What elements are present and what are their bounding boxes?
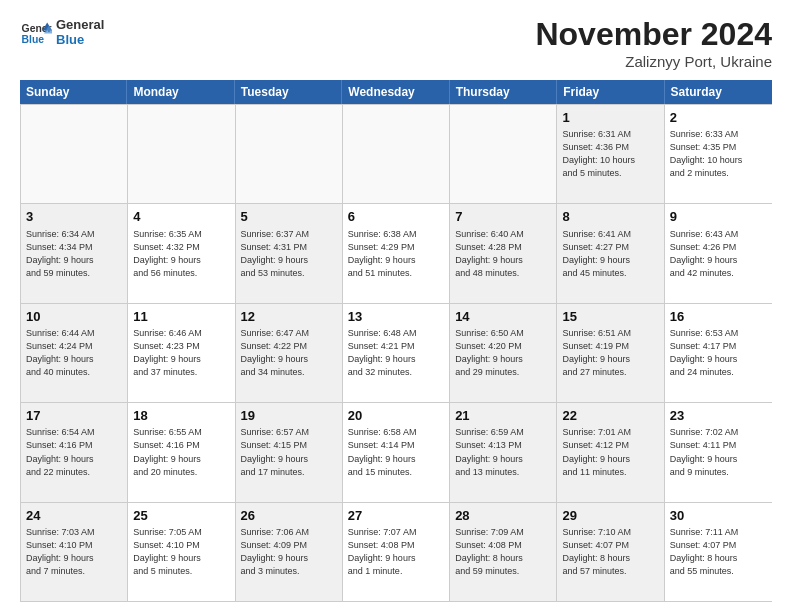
header-monday: Monday [127,80,234,104]
cal-cell-w5-d5: 28Sunrise: 7:09 AM Sunset: 4:08 PM Dayli… [450,503,557,601]
cal-cell-w2-d2: 4Sunrise: 6:35 AM Sunset: 4:32 PM Daylig… [128,204,235,302]
cal-cell-w4-d1: 17Sunrise: 6:54 AM Sunset: 4:16 PM Dayli… [21,403,128,501]
day-number: 26 [241,507,337,525]
day-number: 4 [133,208,229,226]
cal-cell-w1-d3 [236,105,343,203]
svg-text:Blue: Blue [22,34,45,45]
cal-cell-w4-d6: 22Sunrise: 7:01 AM Sunset: 4:12 PM Dayli… [557,403,664,501]
cell-info: Sunrise: 6:48 AM Sunset: 4:21 PM Dayligh… [348,327,444,379]
day-number: 3 [26,208,122,226]
month-title: November 2024 [535,16,772,53]
week-row-1: 1Sunrise: 6:31 AM Sunset: 4:36 PM Daylig… [21,104,772,203]
cal-cell-w2-d1: 3Sunrise: 6:34 AM Sunset: 4:34 PM Daylig… [21,204,128,302]
day-number: 12 [241,308,337,326]
week-row-5: 24Sunrise: 7:03 AM Sunset: 4:10 PM Dayli… [21,502,772,601]
week-row-3: 10Sunrise: 6:44 AM Sunset: 4:24 PM Dayli… [21,303,772,402]
day-number: 5 [241,208,337,226]
cell-info: Sunrise: 7:11 AM Sunset: 4:07 PM Dayligh… [670,526,767,578]
cal-cell-w5-d3: 26Sunrise: 7:06 AM Sunset: 4:09 PM Dayli… [236,503,343,601]
cal-cell-w4-d7: 23Sunrise: 7:02 AM Sunset: 4:11 PM Dayli… [665,403,772,501]
cal-cell-w5-d7: 30Sunrise: 7:11 AM Sunset: 4:07 PM Dayli… [665,503,772,601]
cell-info: Sunrise: 7:02 AM Sunset: 4:11 PM Dayligh… [670,426,767,478]
day-number: 29 [562,507,658,525]
week-row-4: 17Sunrise: 6:54 AM Sunset: 4:16 PM Dayli… [21,402,772,501]
header-wednesday: Wednesday [342,80,449,104]
cell-info: Sunrise: 6:35 AM Sunset: 4:32 PM Dayligh… [133,228,229,280]
header-friday: Friday [557,80,664,104]
cell-info: Sunrise: 6:37 AM Sunset: 4:31 PM Dayligh… [241,228,337,280]
subtitle: Zaliznyy Port, Ukraine [535,53,772,70]
cell-info: Sunrise: 6:55 AM Sunset: 4:16 PM Dayligh… [133,426,229,478]
cal-cell-w1-d7: 2Sunrise: 6:33 AM Sunset: 4:35 PM Daylig… [665,105,772,203]
cal-cell-w2-d7: 9Sunrise: 6:43 AM Sunset: 4:26 PM Daylig… [665,204,772,302]
day-number: 19 [241,407,337,425]
cell-info: Sunrise: 6:51 AM Sunset: 4:19 PM Dayligh… [562,327,658,379]
cal-cell-w3-d6: 15Sunrise: 6:51 AM Sunset: 4:19 PM Dayli… [557,304,664,402]
day-number: 25 [133,507,229,525]
day-number: 20 [348,407,444,425]
day-number: 21 [455,407,551,425]
cal-cell-w1-d1 [21,105,128,203]
week-row-2: 3Sunrise: 6:34 AM Sunset: 4:34 PM Daylig… [21,203,772,302]
cal-cell-w1-d5 [450,105,557,203]
cal-cell-w3-d5: 14Sunrise: 6:50 AM Sunset: 4:20 PM Dayli… [450,304,557,402]
page: General Blue General Blue November 2024 … [0,0,792,612]
day-number: 14 [455,308,551,326]
day-number: 2 [670,109,767,127]
cal-cell-w3-d4: 13Sunrise: 6:48 AM Sunset: 4:21 PM Dayli… [343,304,450,402]
logo-icon: General Blue [20,16,52,48]
cal-cell-w1-d4 [343,105,450,203]
logo-line1: General [56,17,104,32]
header-tuesday: Tuesday [235,80,342,104]
cell-info: Sunrise: 6:54 AM Sunset: 4:16 PM Dayligh… [26,426,122,478]
cal-cell-w2-d5: 7Sunrise: 6:40 AM Sunset: 4:28 PM Daylig… [450,204,557,302]
cell-info: Sunrise: 7:09 AM Sunset: 4:08 PM Dayligh… [455,526,551,578]
cell-info: Sunrise: 7:01 AM Sunset: 4:12 PM Dayligh… [562,426,658,478]
cal-cell-w3-d1: 10Sunrise: 6:44 AM Sunset: 4:24 PM Dayli… [21,304,128,402]
cell-info: Sunrise: 7:05 AM Sunset: 4:10 PM Dayligh… [133,526,229,578]
cal-cell-w4-d4: 20Sunrise: 6:58 AM Sunset: 4:14 PM Dayli… [343,403,450,501]
day-number: 7 [455,208,551,226]
calendar-header: Sunday Monday Tuesday Wednesday Thursday… [20,80,772,104]
cell-info: Sunrise: 7:06 AM Sunset: 4:09 PM Dayligh… [241,526,337,578]
day-number: 11 [133,308,229,326]
cell-info: Sunrise: 6:43 AM Sunset: 4:26 PM Dayligh… [670,228,767,280]
cell-info: Sunrise: 6:34 AM Sunset: 4:34 PM Dayligh… [26,228,122,280]
header-thursday: Thursday [450,80,557,104]
cal-cell-w3-d2: 11Sunrise: 6:46 AM Sunset: 4:23 PM Dayli… [128,304,235,402]
cal-cell-w5-d4: 27Sunrise: 7:07 AM Sunset: 4:08 PM Dayli… [343,503,450,601]
day-number: 22 [562,407,658,425]
header-sunday: Sunday [20,80,127,104]
cell-info: Sunrise: 6:31 AM Sunset: 4:36 PM Dayligh… [562,128,658,180]
header: General Blue General Blue November 2024 … [20,16,772,70]
cell-info: Sunrise: 7:03 AM Sunset: 4:10 PM Dayligh… [26,526,122,578]
day-number: 16 [670,308,767,326]
day-number: 15 [562,308,658,326]
cal-cell-w5-d6: 29Sunrise: 7:10 AM Sunset: 4:07 PM Dayli… [557,503,664,601]
cal-cell-w2-d4: 6Sunrise: 6:38 AM Sunset: 4:29 PM Daylig… [343,204,450,302]
calendar: Sunday Monday Tuesday Wednesday Thursday… [20,80,772,602]
cell-info: Sunrise: 6:57 AM Sunset: 4:15 PM Dayligh… [241,426,337,478]
day-number: 9 [670,208,767,226]
day-number: 27 [348,507,444,525]
day-number: 24 [26,507,122,525]
cal-cell-w5-d1: 24Sunrise: 7:03 AM Sunset: 4:10 PM Dayli… [21,503,128,601]
title-block: November 2024 Zaliznyy Port, Ukraine [535,16,772,70]
day-number: 23 [670,407,767,425]
cell-info: Sunrise: 6:58 AM Sunset: 4:14 PM Dayligh… [348,426,444,478]
cell-info: Sunrise: 6:47 AM Sunset: 4:22 PM Dayligh… [241,327,337,379]
day-number: 18 [133,407,229,425]
cell-info: Sunrise: 6:44 AM Sunset: 4:24 PM Dayligh… [26,327,122,379]
cell-info: Sunrise: 7:07 AM Sunset: 4:08 PM Dayligh… [348,526,444,578]
cell-info: Sunrise: 6:38 AM Sunset: 4:29 PM Dayligh… [348,228,444,280]
cell-info: Sunrise: 6:41 AM Sunset: 4:27 PM Dayligh… [562,228,658,280]
cal-cell-w3-d7: 16Sunrise: 6:53 AM Sunset: 4:17 PM Dayli… [665,304,772,402]
cal-cell-w4-d5: 21Sunrise: 6:59 AM Sunset: 4:13 PM Dayli… [450,403,557,501]
cal-cell-w4-d3: 19Sunrise: 6:57 AM Sunset: 4:15 PM Dayli… [236,403,343,501]
day-number: 6 [348,208,444,226]
day-number: 8 [562,208,658,226]
cell-info: Sunrise: 6:33 AM Sunset: 4:35 PM Dayligh… [670,128,767,180]
day-number: 28 [455,507,551,525]
cal-cell-w1-d2 [128,105,235,203]
cal-cell-w5-d2: 25Sunrise: 7:05 AM Sunset: 4:10 PM Dayli… [128,503,235,601]
